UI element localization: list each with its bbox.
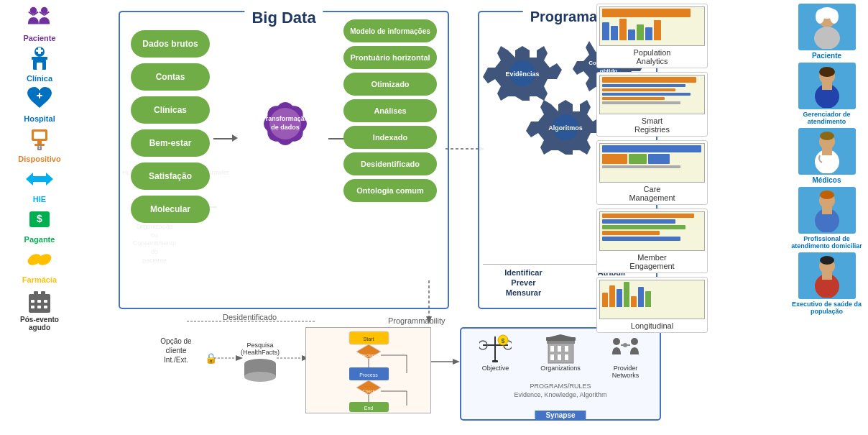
svg-rect-26 [34,291,38,297]
arrow-db-to-flow [277,354,309,362]
cylinder-otimizado: Otimizado [343,73,437,96]
cliente-label: Opção declienteInt./Ext. [147,336,205,365]
svg-rect-25 [29,294,50,313]
svg-rect-31 [31,306,34,308]
executivo-photo [798,252,856,299]
panel-member-engagement: MemberEngagement [596,209,708,273]
svg-rect-113 [822,83,832,90]
panel-care-management: CareManagement [596,140,708,205]
transform-flower: Transformação de dados [246,84,325,163]
cylinder-molecular: Molecular [131,196,210,223]
svg-rect-30 [44,300,47,303]
objective-label: Objective [482,365,509,372]
left-sidebar: Paciente Clínica Hospital [0,0,79,435]
cylinder-analises: Análises [343,99,437,122]
pagante-icon: $ [25,205,54,234]
smart-registries-screen [599,75,705,114]
svg-rect-33 [44,306,47,308]
gerenciador-photo [798,63,856,109]
smart-registries-label: SmartRegistries [599,114,705,134]
cylinder-bem-estar: Bem-estar [131,129,210,157]
source-pos-evento: Pós-evento agudo [7,285,72,331]
cylinder-dados-brutos: Dados brutos [131,30,210,58]
svg-point-19 [39,147,40,149]
source-clinica: Clínica [7,44,72,83]
svg-text:Start: Start [364,336,374,342]
cylinder-desidentificado: Desidentificado [343,152,437,175]
arrowhead-raw-to-transform [232,134,238,142]
action-prever: Prever [483,278,564,287]
persona-medicos: Médicos [791,128,863,184]
svg-rect-28 [31,300,34,303]
profissional-photo [798,187,856,234]
svg-text:$: $ [502,337,505,344]
source-hie: HIE [7,165,72,203]
svg-rect-98 [558,354,561,360]
svg-rect-96 [565,346,568,352]
source-farmacia: Farmácia [7,245,72,284]
arrow-programmability [424,280,435,324]
svg-text:Transformação: Transformação [262,115,308,122]
svg-text:$: $ [37,213,42,224]
svg-point-114 [819,67,835,77]
svg-text:de dados: de dados [271,124,300,131]
farmacia-label: Farmácia [22,275,57,284]
source-paciente: Paciente [7,4,72,42]
arrow-desidentificado [187,316,331,327]
svg-point-24 [36,252,53,267]
persona-executivo: Executivo de saúde da população [791,252,863,315]
longitudinal-screen [599,280,705,319]
svg-rect-99 [565,354,568,360]
svg-rect-13 [39,93,40,99]
svg-rect-89 [492,360,498,362]
svg-point-110 [830,9,839,24]
member-engagement-label: MemberEngagement [599,251,705,270]
cylinder-clinicas: Clínicas [131,96,210,124]
clinica-icon [25,44,54,73]
persona-gerenciador: Gerenciador de atendimento [791,63,863,125]
arrow-flow-to-synapse [431,358,460,365]
svg-rect-9 [32,57,47,60]
programmability-label: Programmability [388,316,445,325]
pos-evento-label: Pós-evento agudo [20,316,59,331]
objective-section: $ Objective [479,334,512,379]
svg-rect-32 [37,306,41,308]
output-cylinders: Modelo de informações Prontuário horizon… [343,19,437,202]
cylinder-contas: Contas [131,63,210,91]
svg-marker-20 [26,173,53,186]
gerenciador-label: Gerenciador de atendimento [791,111,863,125]
raw-cylinders: Dados brutos Contas Clínicas Bem-estar S… [131,30,210,223]
paciente-icon [25,4,54,32]
population-label: PopulationAnalytics [599,46,705,65]
clinica-label: Clínica [27,74,52,83]
medicos-label: Médicos [812,176,841,184]
svg-text:Process: Process [359,372,378,377]
svg-rect-15 [34,132,45,139]
persona-paciente: Paciente [791,4,863,60]
synapse-label: Synapse [535,411,586,420]
svg-point-122 [820,191,834,199]
panel-population-analytics: PopulationAnalytics [596,4,708,68]
cylinder-indexado: Indexado [343,126,437,149]
population-screen [599,6,705,46]
hie-label: HIE [33,195,46,203]
svg-rect-11 [37,63,42,70]
cylinder-ontologia: Ontologia comum [343,179,437,202]
svg-rect-94 [550,346,554,352]
arrow-cliente-to-db [214,354,243,362]
cylinder-modelo: Modelo de informações [343,19,437,42]
organizations-section: Organizations [540,334,581,379]
longitudinal-label: Longitudinal [599,319,705,330]
svg-point-126 [820,256,834,265]
svg-rect-16 [37,141,42,144]
svg-marker-57 [426,316,432,324]
pagante-label: Pagante [24,235,55,244]
svg-point-107 [814,27,840,49]
member-engagement-screen [599,211,705,251]
svg-rect-8 [38,47,41,54]
hospital-label: Hospital [24,114,55,123]
action-identificar: Identificar [483,268,564,277]
svg-rect-97 [550,354,554,360]
dispositivo-label: Dispositivo [18,155,60,163]
panel-longitudinal: Longitudinal [596,277,708,333]
